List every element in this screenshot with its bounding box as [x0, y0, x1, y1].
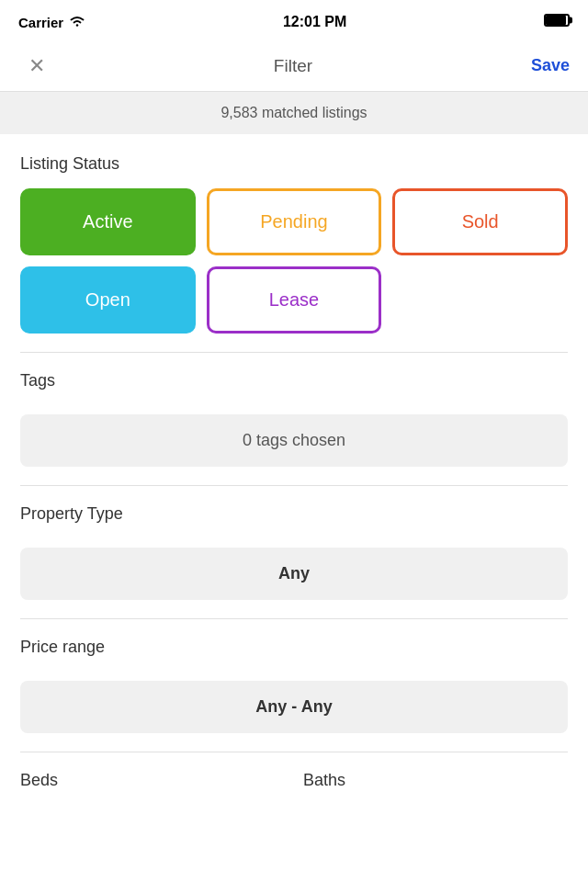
- wifi-icon: [69, 15, 85, 30]
- status-buttons-row1: Active Pending Sold: [20, 188, 568, 255]
- battery-icon: [544, 14, 570, 27]
- status-time: 12:01 PM: [283, 14, 346, 30]
- status-btn-sold[interactable]: Sold: [392, 188, 568, 255]
- property-type-section: Property Type Any: [0, 486, 588, 600]
- baths-column: Baths: [303, 771, 568, 790]
- status-bar: Carrier 12:01 PM: [0, 0, 588, 40]
- listing-status-title: Listing Status: [20, 154, 568, 174]
- tags-section: Tags 0 tags chosen: [0, 353, 588, 467]
- price-range-dropdown[interactable]: Any - Any: [20, 681, 568, 733]
- beds-column: Beds: [20, 771, 285, 790]
- price-range-title: Price range: [20, 638, 568, 657]
- save-button[interactable]: Save: [531, 56, 570, 75]
- close-button[interactable]: ✕: [18, 54, 55, 78]
- status-btn-active[interactable]: Active: [20, 188, 196, 255]
- nav-title: Filter: [274, 56, 312, 76]
- status-btn-open[interactable]: Open: [20, 266, 196, 334]
- carrier-info: Carrier: [18, 15, 85, 30]
- status-btn-pending[interactable]: Pending: [207, 188, 382, 255]
- price-range-section: Price range Any - Any: [0, 619, 588, 733]
- beds-title: Beds: [20, 771, 285, 790]
- status-buttons-row2: Open Lease: [20, 266, 568, 334]
- matched-listings-text: 9,583 matched listings: [220, 105, 367, 120]
- listing-status-section: Listing Status Active Pending Sold Open …: [0, 134, 588, 334]
- matched-listings-banner: 9,583 matched listings: [0, 92, 588, 134]
- beds-baths-section: Beds Baths: [0, 752, 588, 790]
- status-btn-lease[interactable]: Lease: [207, 266, 382, 334]
- nav-bar: ✕ Filter Save: [0, 40, 588, 92]
- tags-title: Tags: [20, 371, 568, 390]
- property-type-title: Property Type: [20, 504, 568, 524]
- baths-title: Baths: [303, 771, 568, 790]
- carrier-label: Carrier: [18, 15, 63, 30]
- tags-dropdown[interactable]: 0 tags chosen: [20, 414, 568, 467]
- property-type-dropdown[interactable]: Any: [20, 548, 568, 600]
- battery-container: [544, 14, 570, 30]
